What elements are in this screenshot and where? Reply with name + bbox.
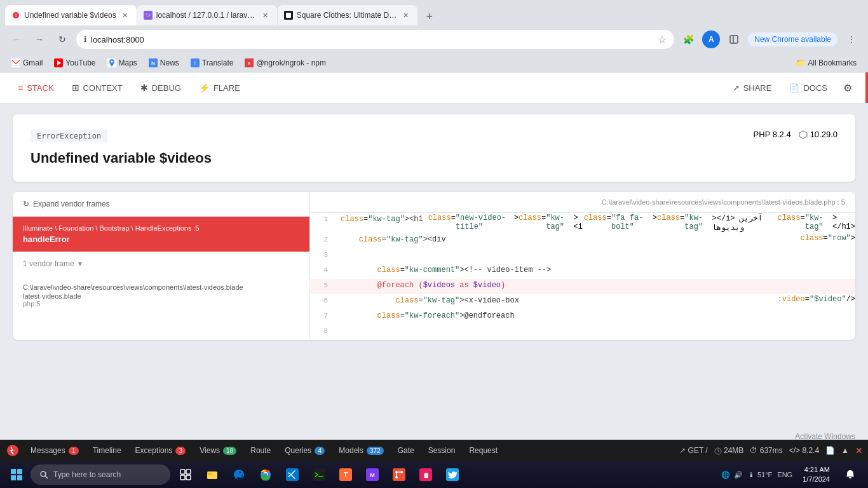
all-bookmarks-button[interactable]: 📁 All Bookmarks xyxy=(790,57,862,69)
extensions-button[interactable]: 🧩 xyxy=(679,30,697,48)
bookmark-ngrok[interactable]: n @ngrok/ngrok - npm xyxy=(240,57,331,69)
tab-3-title: Square Clothes: Ultimate Desti... xyxy=(297,11,397,20)
tab-1-title: Undefined variable $videos xyxy=(24,11,116,20)
code-line-8: 8 xyxy=(310,325,855,340)
debug-tab[interactable]: ✱ DEBUG xyxy=(133,79,189,97)
bt-tab-gate[interactable]: Gate xyxy=(391,444,421,458)
bookmark-maps[interactable]: Maps xyxy=(102,57,142,69)
back-button[interactable]: ← xyxy=(8,30,25,48)
taskbar-search[interactable] xyxy=(31,464,170,485)
bt-tab-views[interactable]: Views 18 xyxy=(193,444,243,458)
code-panel: C:\laravel\video-share\resources\views\c… xyxy=(310,192,855,340)
notification-button[interactable] xyxy=(840,461,860,488)
vendor-chevron-icon: ▾ xyxy=(78,259,82,268)
system-tray: 🌐 🔊 xyxy=(721,471,743,479)
line-content xyxy=(336,249,855,252)
context-tab[interactable]: ⊞ CONTEXT xyxy=(64,79,130,97)
file-frame[interactable]: C:\laravel\video-share\resources\views\c… xyxy=(13,276,309,315)
code-line-3: 3 xyxy=(310,248,855,264)
volume-icon: 🔊 xyxy=(734,471,743,479)
bookmark-youtube[interactable]: YouTube xyxy=(49,57,100,69)
reload-button[interactable]: ↻ xyxy=(53,30,71,48)
bt-php: </> 8.2.4 xyxy=(789,446,819,455)
bt-tab-label: Gate xyxy=(398,446,414,455)
code-body: 1class="kw-tag"><h1 class="new-video-tit… xyxy=(310,213,855,340)
star-icon[interactable]: ☆ xyxy=(658,34,667,46)
tab-1[interactable]: ! Undefined variable $videos ✕ xyxy=(5,5,137,25)
expand-vendor-button[interactable]: ↻ Expand vendor frames xyxy=(23,200,299,208)
file-explorer-icon[interactable] xyxy=(200,461,225,488)
todo-icon[interactable]: 📋 xyxy=(413,461,438,488)
vscode-icon[interactable] xyxy=(280,461,305,488)
bookmark-gmail[interactable]: Gmail xyxy=(6,57,48,69)
bt-close-button[interactable]: ✕ xyxy=(855,445,863,456)
bookmark-translate[interactable]: T Translate xyxy=(186,57,239,69)
task-view-button[interactable] xyxy=(173,461,198,488)
flare-tab[interactable]: ⚡ FLARE xyxy=(191,79,248,97)
youtube-favicon xyxy=(54,58,63,67)
expand-vendor-label: Expand vendor frames xyxy=(33,200,110,208)
terminal-icon[interactable] xyxy=(306,461,332,488)
tab-3-close[interactable]: ✕ xyxy=(401,10,411,20)
bt-tab-timeline[interactable]: Timeline xyxy=(86,444,128,458)
address-bar-row: ← → ↻ ℹ localhost:8000 ☆ 🧩 A New Chrome … xyxy=(0,25,868,53)
stack-left-panel: ↻ Expand vendor frames Illuminate \ Foun… xyxy=(13,192,310,340)
weather-widget[interactable]: 🌡 51°F xyxy=(748,471,772,478)
forward-button[interactable]: → xyxy=(31,30,48,48)
line-number: 4 xyxy=(310,264,336,274)
svg-text:T: T xyxy=(194,61,197,65)
line-content xyxy=(336,325,855,328)
git-icon[interactable] xyxy=(386,461,412,488)
svg-text:M: M xyxy=(370,472,375,478)
docs-label: DOCS xyxy=(803,83,827,93)
profile-button[interactable]: A xyxy=(702,30,720,48)
bt-tab-route[interactable]: Route xyxy=(244,444,277,458)
stack-tab[interactable]: ≡ STACK xyxy=(10,79,62,97)
tab-3[interactable]: Square Clothes: Ultimate Desti... ✕ xyxy=(278,5,417,25)
menu-button[interactable]: ⋮ xyxy=(843,30,860,48)
taskbar-clock[interactable]: 4:21 AM 1/7/2024 xyxy=(797,465,835,485)
vendor-frames-toggle[interactable]: 1 vendor frame ▾ xyxy=(13,252,309,276)
bt-tab-session[interactable]: Session xyxy=(422,444,462,458)
ignition-toolbar: ≡ STACK ⊞ CONTEXT ✱ DEBUG ⚡ FLARE ↗ SHAR… xyxy=(0,72,868,104)
bt-tab-messages[interactable]: Messages 1 xyxy=(24,444,85,458)
search-input[interactable] xyxy=(53,470,155,479)
expand-vendor-icon: ↻ xyxy=(23,200,29,208)
tab-2[interactable]: 🔮 localhost / 127.0.0.1 / laravel / ✕ xyxy=(137,5,277,25)
unknown-icon-1[interactable]: T xyxy=(333,461,358,488)
settings-button[interactable]: ⚙ xyxy=(837,78,858,98)
bookmark-news[interactable]: N News xyxy=(144,57,184,69)
active-stack-frame[interactable]: Illuminate \ Foundation \ Bootstrap \ Ha… xyxy=(13,217,309,252)
start-button[interactable] xyxy=(3,461,31,488)
share-button[interactable]: ↗ SHARE xyxy=(725,79,780,97)
chrome-taskbar-icon[interactable] xyxy=(253,461,278,488)
bookmarks-bar: Gmail YouTube Maps N News T Translate xyxy=(0,53,868,72)
new-tab-button[interactable]: + xyxy=(421,8,438,25)
bt-tab-label: Exceptions xyxy=(135,446,173,455)
bt-time: ⏱ 637ms xyxy=(750,446,782,455)
edge-icon[interactable] xyxy=(226,461,252,488)
share-icon: ↗ xyxy=(733,83,740,93)
svg-rect-20 xyxy=(17,469,22,474)
chrome-available-button[interactable]: New Chrome available xyxy=(748,32,837,46)
docs-button[interactable]: 📄 DOCS xyxy=(782,79,835,97)
tab-1-close[interactable]: ✕ xyxy=(120,10,130,20)
bt-tab-exceptions[interactable]: Exceptions 3 xyxy=(129,444,193,458)
address-bar[interactable]: ℹ localhost:8000 ☆ xyxy=(76,30,674,49)
lock-icon: ℹ xyxy=(84,35,87,44)
vendor-count: 1 vendor frame xyxy=(23,259,74,268)
bird-icon[interactable] xyxy=(440,461,465,488)
bt-tab-label: Views xyxy=(200,446,220,455)
gear-icon: ⚙ xyxy=(843,82,852,94)
language-indicator: ENG xyxy=(777,471,792,478)
bt-expand-icon[interactable]: ▲ xyxy=(841,446,849,455)
bt-tab-queries[interactable]: Queries 4 xyxy=(278,444,331,458)
unknown-icon-2[interactable]: M xyxy=(360,461,385,488)
bookmarks-folder-icon: 📁 xyxy=(796,58,805,67)
bt-tab-label: Request xyxy=(469,446,498,455)
bt-tab-request[interactable]: Request xyxy=(463,444,504,458)
svg-text:📋: 📋 xyxy=(423,471,430,479)
bt-tab-models[interactable]: Models 372 xyxy=(332,444,390,458)
tab-2-close[interactable]: ✕ xyxy=(261,10,271,20)
sidebar-button[interactable] xyxy=(725,30,743,48)
